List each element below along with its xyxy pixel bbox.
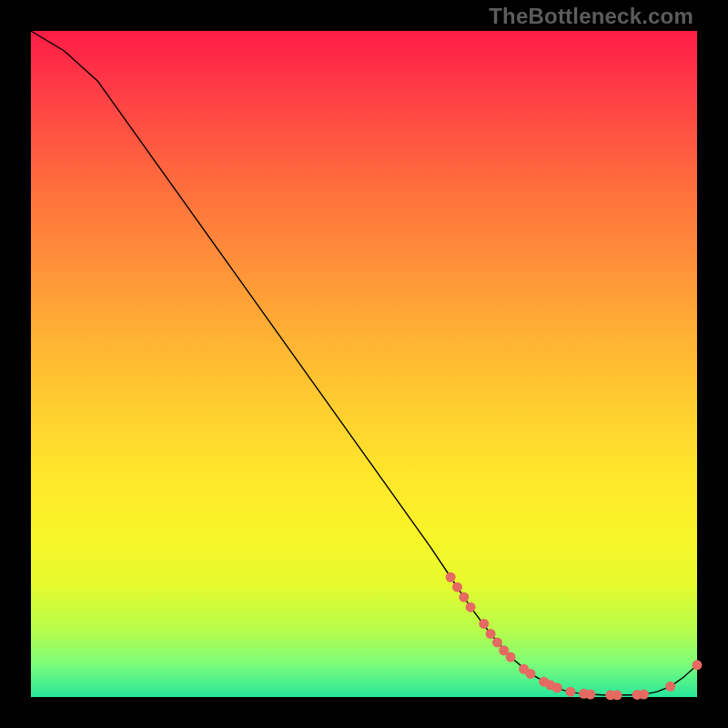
highlight-dot xyxy=(552,682,562,693)
highlight-dot xyxy=(459,592,469,602)
highlight-dot xyxy=(466,602,476,612)
highlight-dots-group xyxy=(446,572,703,701)
highlight-dot xyxy=(639,690,649,700)
highlight-dot xyxy=(452,582,462,592)
watermark-text: TheBottleneck.com xyxy=(489,4,693,29)
highlight-dot xyxy=(479,619,489,629)
highlight-dot xyxy=(526,669,536,679)
bottleneck-curve-path xyxy=(31,31,697,695)
highlight-dot xyxy=(585,690,595,700)
highlight-dot xyxy=(693,660,703,670)
highlight-dot xyxy=(486,629,496,639)
highlight-dot xyxy=(612,690,622,700)
chart-stage: TheBottleneck.com xyxy=(0,0,728,728)
highlight-dot xyxy=(665,682,675,692)
plot-svg xyxy=(31,31,697,697)
highlight-dot xyxy=(446,572,456,582)
highlight-dot xyxy=(506,652,516,662)
highlight-dot xyxy=(565,687,575,697)
highlight-dot xyxy=(492,637,502,647)
